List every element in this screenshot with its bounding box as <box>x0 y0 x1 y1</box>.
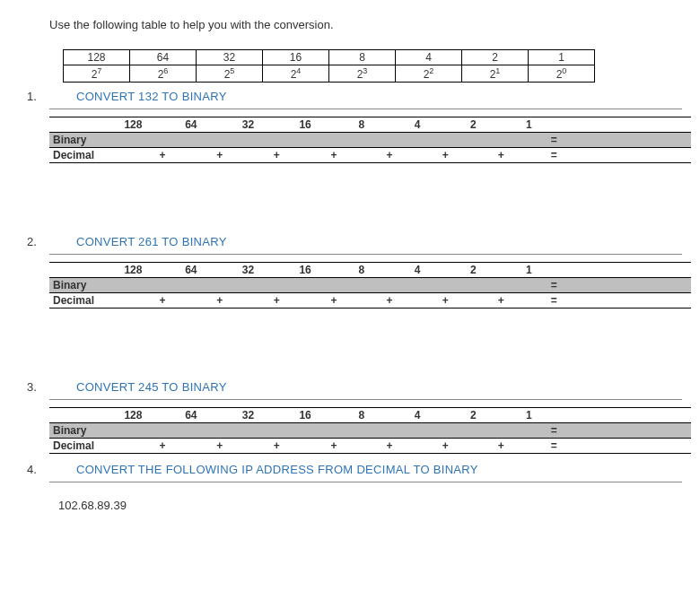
problem-4-row: 4. CONVERT THE FOLLOWING IP ADDRESS FROM… <box>0 463 682 476</box>
problem-2-row: 2. CONVERT 261 TO BINARY <box>0 235 682 248</box>
reference-row-values: 128 64 32 16 8 4 2 1 <box>64 50 595 65</box>
problem-title: CONVERT 132 TO BINARY <box>76 90 227 103</box>
ref-cell: 2 <box>462 50 529 65</box>
equals-sign: = <box>543 293 565 309</box>
work-binary-row: Binary = <box>49 278 691 293</box>
work-binary-row: Binary = <box>49 133 691 148</box>
binary-label: Binary <box>49 423 118 439</box>
ref-cell: 25 <box>197 65 263 83</box>
ref-cell: 24 <box>263 65 329 83</box>
ref-cell: 22 <box>396 65 462 83</box>
binary-label: Binary <box>49 133 118 148</box>
problem-3-row: 3. CONVERT 245 TO BINARY <box>0 380 682 394</box>
ref-cell: 8 <box>329 50 396 65</box>
problem-number: 2. <box>0 235 76 248</box>
instruction-text: Use the following table to help you with… <box>49 18 682 31</box>
work-header-row: 128 64 32 16 8 4 2 1 <box>49 408 691 423</box>
problem-title: CONVERT THE FOLLOWING IP ADDRESS FROM DE… <box>76 463 478 476</box>
ref-cell: 27 <box>64 65 130 83</box>
work-header-row: 128 64 32 16 8 4 2 1 <box>49 263 691 278</box>
problem-number: 3. <box>0 380 76 394</box>
decimal-label: Decimal <box>49 439 118 454</box>
ref-cell: 4 <box>396 50 462 65</box>
problem-number: 4. <box>0 463 76 476</box>
work-decimal-row: Decimal + + + + + + + = <box>49 148 691 163</box>
work-binary-row: Binary = <box>49 423 691 439</box>
reference-row-powers: 27 26 25 24 23 22 21 20 <box>64 65 595 83</box>
ref-cell: 64 <box>130 50 197 65</box>
equals-sign: = <box>543 133 565 148</box>
ref-cell: 26 <box>130 65 197 83</box>
problem-1-row: 1. CONVERT 132 TO BINARY <box>0 90 682 103</box>
ref-cell: 20 <box>529 65 595 83</box>
divider <box>49 109 682 109</box>
divider <box>49 254 682 255</box>
equals-sign: = <box>543 439 565 454</box>
divider <box>49 482 682 482</box>
ip-address: 102.68.89.39 <box>58 499 682 512</box>
ref-cell: 23 <box>329 65 396 83</box>
ref-cell: 32 <box>197 50 263 65</box>
divider <box>49 399 682 400</box>
work-decimal-row: Decimal + + + + + + + = <box>49 293 691 309</box>
binary-label: Binary <box>49 278 118 293</box>
reference-table: 128 64 32 16 8 4 2 1 27 26 25 24 23 22 2… <box>63 49 595 83</box>
work-table-1: 128 64 32 16 8 4 2 1 Binary = Decimal + … <box>49 117 691 163</box>
ref-cell: 128 <box>64 50 130 65</box>
work-header-row: 128 64 32 16 8 4 2 1 <box>49 117 691 133</box>
problem-number: 1. <box>0 90 76 103</box>
equals-sign: = <box>543 423 565 439</box>
ref-cell: 16 <box>263 50 329 65</box>
problem-title: CONVERT 245 TO BINARY <box>76 380 227 394</box>
decimal-label: Decimal <box>49 148 118 163</box>
equals-sign: = <box>543 148 565 163</box>
work-table-3: 128 64 32 16 8 4 2 1 Binary = Decimal + … <box>49 407 691 454</box>
work-table-2: 128 64 32 16 8 4 2 1 Binary = Decimal + … <box>49 262 691 309</box>
ref-cell: 21 <box>462 65 529 83</box>
work-decimal-row: Decimal + + + + + + + = <box>49 439 691 454</box>
decimal-label: Decimal <box>49 293 118 309</box>
problem-title: CONVERT 261 TO BINARY <box>76 235 227 248</box>
equals-sign: = <box>543 278 565 293</box>
ref-cell: 1 <box>529 50 595 65</box>
